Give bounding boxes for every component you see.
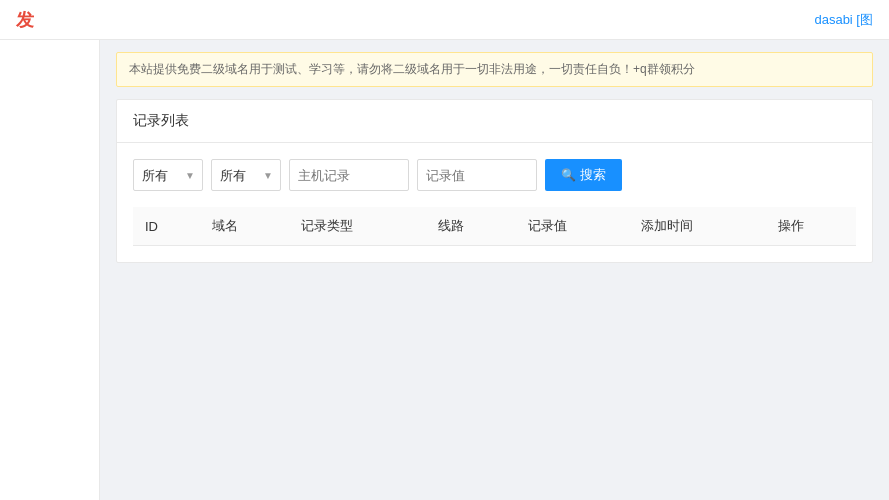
host-record-input[interactable] [289,159,409,191]
panel-body: 所有 ▼ 所有 ▼ 🔍 搜索 [117,143,872,262]
logo: 发 [16,8,34,32]
user-info[interactable]: dasabi [图 [814,11,873,29]
col-id: ID [133,207,200,246]
sidebar [0,40,100,500]
col-action: 操作 [766,207,856,246]
records-panel: 记录列表 所有 ▼ 所有 ▼ [116,99,873,263]
col-line: 线路 [426,207,516,246]
type-select-2[interactable]: 所有 [211,159,281,191]
record-value-input[interactable] [417,159,537,191]
col-record-type: 记录类型 [289,207,426,246]
search-icon: 🔍 [561,168,576,182]
main-content: 本站提供免费二级域名用于测试、学习等，请勿将二级域名用于一切非法用途，一切责任自… [100,40,889,275]
table-head: ID 域名 记录类型 线路 记录值 添加时间 操作 [133,207,856,246]
top-nav: 发 dasabi [图 [0,0,889,40]
search-button-label: 搜索 [580,166,606,184]
select1-wrapper: 所有 ▼ [133,159,203,191]
col-domain: 域名 [200,207,290,246]
notice-bar: 本站提供免费二级域名用于测试、学习等，请勿将二级域名用于一切非法用途，一切责任自… [116,52,873,87]
notice-text: 本站提供免费二级域名用于测试、学习等，请勿将二级域名用于一切非法用途，一切责任自… [129,62,695,76]
panel-header: 记录列表 [117,100,872,143]
col-record-value: 记录值 [516,207,629,246]
search-button[interactable]: 🔍 搜索 [545,159,622,191]
records-table: ID 域名 记录类型 线路 记录值 添加时间 操作 [133,207,856,246]
select2-wrapper: 所有 ▼ [211,159,281,191]
search-bar: 所有 ▼ 所有 ▼ 🔍 搜索 [133,159,856,191]
table-header-row: ID 域名 记录类型 线路 记录值 添加时间 操作 [133,207,856,246]
type-select-1[interactable]: 所有 [133,159,203,191]
col-add-time: 添加时间 [629,207,766,246]
panel-title: 记录列表 [133,112,189,128]
